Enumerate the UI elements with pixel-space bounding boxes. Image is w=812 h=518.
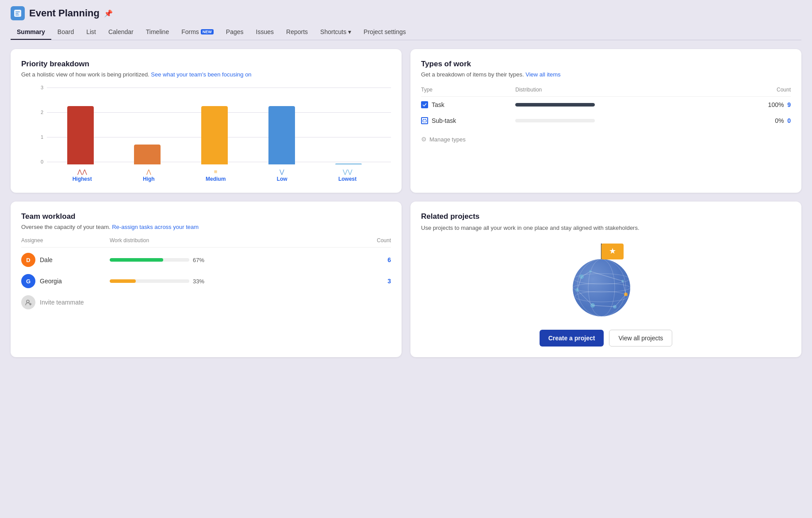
georgia-pct: 33%	[193, 278, 204, 285]
workload-header: Assignee Work distribution Count	[21, 237, 391, 248]
task-pct: 100%	[768, 101, 784, 108]
svg-rect-2	[15, 13, 19, 14]
avatar-georgia: G	[21, 274, 35, 288]
tab-summary[interactable]: Summary	[11, 25, 51, 40]
task-dist-bar	[515, 103, 595, 107]
x-label-high: ⋀ High	[143, 168, 155, 182]
name-georgia: Georgia	[40, 278, 62, 285]
assignee-dale: D Dale	[21, 253, 110, 267]
types-of-work-title: Types of work	[421, 60, 791, 69]
svg-point-11	[573, 259, 630, 316]
team-workload-subtitle: Oversee the capacity of your team. Re-as…	[21, 224, 391, 230]
col-work-dist: Work distribution	[110, 237, 356, 244]
bars-container	[47, 85, 382, 164]
workload-row-dale: D Dale 67% 6	[21, 249, 391, 270]
type-row-subtask: Sub-task 0% 0	[421, 113, 791, 129]
x-label-medium: ≡ Medium	[206, 168, 226, 182]
invite-teammate-button[interactable]: Invite teammate	[21, 292, 391, 313]
dale-dist-bar	[110, 258, 189, 262]
subtask-pct: 0%	[775, 117, 784, 124]
globe-illustration: ★	[421, 241, 791, 321]
tab-timeline[interactable]: Timeline	[140, 25, 175, 40]
dale-pct: 67%	[193, 257, 204, 263]
x-label-low: ⋁ Low	[277, 168, 287, 182]
svg-rect-4	[423, 120, 426, 122]
bar-lowest	[335, 164, 362, 164]
tab-board[interactable]: Board	[51, 25, 80, 40]
manage-types-button[interactable]: ⚙ Manage types	[421, 136, 791, 143]
bar-medium	[201, 106, 228, 164]
workload-row-georgia: G Georgia 33% 3	[21, 270, 391, 292]
priority-chart: 3 2 1 0	[21, 85, 391, 182]
svg-point-7	[27, 300, 29, 303]
types-table: Type Distribution Count Task	[421, 85, 791, 129]
type-task-label: Task	[432, 101, 444, 108]
x-label-lowest: ⋁⋁ Lowest	[338, 168, 356, 182]
view-all-items-link[interactable]: View all items	[525, 71, 560, 78]
create-project-button[interactable]: Create a project	[540, 330, 604, 347]
col-distribution: Distribution	[515, 85, 729, 97]
bar-low	[268, 106, 295, 164]
priority-breakdown-card: Priority breakdown Get a holistic view o…	[11, 49, 402, 193]
svg-text:★: ★	[609, 247, 616, 255]
types-of-work-card: Types of work Get a breakdown of items b…	[410, 49, 801, 193]
types-of-work-subtitle: Get a breakdown of items by their types.…	[421, 71, 791, 78]
team-workload-title: Team workload	[21, 212, 391, 221]
task-icon	[421, 101, 428, 108]
tab-pages[interactable]: Pages	[220, 25, 250, 40]
dale-count: 6	[387, 256, 391, 263]
col-count: Count	[730, 85, 791, 97]
svg-rect-1	[15, 11, 20, 12]
x-label-highest: ⋀⋀ Highest	[73, 168, 92, 182]
related-projects-desc: Use projects to manage all your work in …	[421, 224, 791, 232]
related-projects-actions: Create a project View all projects	[421, 330, 791, 347]
pin-icon: 📌	[104, 9, 113, 18]
avatar-dale: D	[21, 253, 35, 267]
reassign-tasks-link[interactable]: Re-assign tasks across your team	[112, 224, 199, 230]
svg-rect-3	[15, 15, 19, 15]
bar-high	[134, 145, 161, 164]
priority-breakdown-link[interactable]: See what your team's been focusing on	[151, 71, 251, 78]
task-count: 9	[787, 101, 791, 108]
app-logo	[11, 6, 25, 20]
priority-breakdown-subtitle: Get a holistic view of how work is being…	[21, 71, 391, 78]
manage-types-label: Manage types	[429, 136, 466, 143]
tab-calendar[interactable]: Calendar	[102, 25, 140, 40]
tab-reports[interactable]: Reports	[280, 25, 314, 40]
tab-list[interactable]: List	[80, 25, 102, 40]
georgia-dist-bar	[110, 279, 189, 283]
tab-project-settings[interactable]: Project settings	[357, 25, 412, 40]
nav-tabs: Summary Board List Calendar Timeline For…	[11, 25, 801, 40]
app-title: Event Planning	[29, 8, 100, 19]
team-workload-card: Team workload Oversee the capacity of yo…	[11, 202, 402, 357]
gear-icon: ⚙	[421, 136, 427, 143]
subtask-count: 0	[787, 117, 791, 124]
view-all-projects-button[interactable]: View all projects	[609, 330, 672, 347]
invite-avatar	[21, 295, 35, 309]
name-dale: Dale	[40, 256, 53, 263]
tab-forms[interactable]: Forms NEW	[175, 25, 220, 40]
priority-breakdown-title: Priority breakdown	[21, 60, 391, 69]
type-row-task: Task 100% 9	[421, 97, 791, 113]
tab-shortcuts[interactable]: Shortcuts ▾	[314, 25, 357, 40]
related-projects-title: Related projects	[421, 212, 791, 221]
georgia-count: 3	[387, 278, 391, 285]
col-type: Type	[421, 85, 515, 97]
col-work-count: Count	[356, 237, 391, 244]
assignee-georgia: G Georgia	[21, 274, 110, 288]
related-projects-card: Related projects Use projects to manage …	[410, 202, 801, 357]
subtask-dist-bar	[515, 119, 595, 122]
x-axis-labels: ⋀⋀ Highest ⋀ High ≡ Medium ⋁ Low ⋁⋁ Lo	[47, 168, 382, 182]
invite-label: Invite teammate	[40, 299, 84, 306]
tab-issues[interactable]: Issues	[250, 25, 280, 40]
bar-highest	[67, 106, 94, 164]
type-subtask-label: Sub-task	[432, 117, 456, 124]
col-assignee: Assignee	[21, 237, 110, 244]
subtask-icon	[421, 117, 428, 124]
